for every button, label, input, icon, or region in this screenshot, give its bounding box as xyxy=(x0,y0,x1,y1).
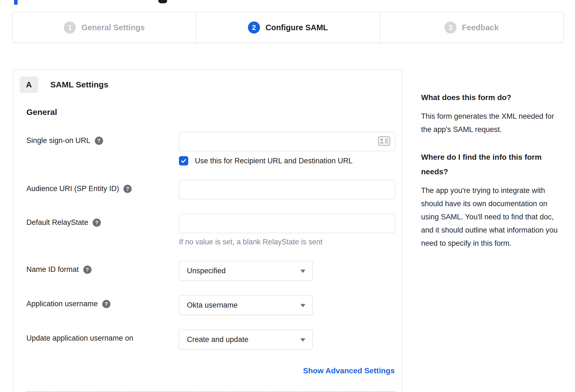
help-sidebar: What does this form do? This form genera… xyxy=(421,90,563,250)
panel-title: SAML Settings xyxy=(50,80,108,89)
help-icon[interactable] xyxy=(83,266,92,274)
recipient-url-checkbox-row: Use this for Recipient URL and Destinati… xyxy=(179,156,395,165)
show-advanced-settings-link[interactable]: Show Advanced Settings xyxy=(303,366,395,375)
help-icon[interactable] xyxy=(93,219,101,227)
help-icon[interactable] xyxy=(102,300,110,308)
panel-header: A SAML Settings xyxy=(20,76,402,93)
help-answer-2: The app you're trying to integrate with … xyxy=(421,184,563,250)
sso-url-input[interactable] xyxy=(179,132,395,151)
update-username-value: Create and update xyxy=(187,335,248,344)
sso-url-label-cell: Single sign-on URL xyxy=(26,132,179,145)
chevron-down-icon xyxy=(300,304,305,307)
audience-uri-input[interactable] xyxy=(179,180,395,199)
nameid-format-label-cell: Name ID format xyxy=(26,261,179,274)
app-username-row: Application username Okta username xyxy=(26,295,402,315)
recipient-url-checkbox[interactable] xyxy=(179,156,188,165)
wizard-stepper: 1 General Settings 2 Configure SAML 3 Fe… xyxy=(12,12,563,43)
advanced-settings-row: Show Advanced Settings xyxy=(26,366,395,375)
help-block-where: Where do I find the info this form needs… xyxy=(421,150,563,250)
update-username-select[interactable]: Create and update xyxy=(179,330,313,349)
step-configure-saml[interactable]: 2 Configure SAML xyxy=(196,12,380,43)
app-username-label: Application username xyxy=(26,300,98,308)
help-question-2: Where do I find the info this form needs… xyxy=(421,150,563,179)
relaystate-hint: If no value is set, a blank RelayState i… xyxy=(179,238,395,246)
step-3-label: Feedback xyxy=(462,23,499,32)
audience-uri-label-cell: Audience URI (SP Entity ID) xyxy=(26,180,179,193)
sso-url-label: Single sign-on URL xyxy=(26,136,90,145)
saml-form: Single sign-on URL xyxy=(13,132,402,375)
relaystate-input[interactable] xyxy=(179,214,395,233)
recipient-url-checkbox-label: Use this for Recipient URL and Destinati… xyxy=(195,157,353,165)
help-icon[interactable] xyxy=(95,137,103,145)
help-block-what: What does this form do? This form genera… xyxy=(421,90,563,136)
app-username-select[interactable]: Okta username xyxy=(179,295,313,315)
help-answer-1: This form generates the XML needed for t… xyxy=(421,110,563,136)
saml-settings-panel: A SAML Settings General Single sign-on U… xyxy=(13,69,402,392)
chevron-down-icon xyxy=(300,338,305,342)
step-2-label: Configure SAML xyxy=(266,23,328,32)
nameid-format-value: Unspecified xyxy=(187,267,226,275)
contact-card-icon[interactable] xyxy=(378,136,390,147)
relaystate-row: Default RelayState If no value is set, a… xyxy=(26,214,402,246)
audience-uri-label: Audience URI (SP Entity ID) xyxy=(26,184,119,193)
update-username-label: Update application username on xyxy=(26,334,133,343)
chevron-down-icon xyxy=(300,270,305,273)
step-3-number: 3 xyxy=(444,21,457,34)
step-1-number: 1 xyxy=(64,21,76,34)
nameid-format-label: Name ID format xyxy=(26,265,79,274)
help-question-1: What does this form do? xyxy=(421,90,563,105)
section-a-badge: A xyxy=(20,76,38,93)
header-cutoff-element xyxy=(158,0,167,3)
step-feedback[interactable]: 3 Feedback xyxy=(380,12,563,43)
update-username-label-cell: Update application username on xyxy=(26,330,179,343)
help-icon[interactable] xyxy=(123,185,132,193)
app-username-label-cell: Application username xyxy=(26,295,179,308)
relaystate-label: Default RelayState xyxy=(26,218,88,227)
step-general-settings[interactable]: 1 General Settings xyxy=(13,12,196,43)
relaystate-label-cell: Default RelayState xyxy=(26,214,179,227)
app-username-value: Okta username xyxy=(187,301,238,310)
header-cutoff-logo xyxy=(14,0,18,5)
sso-url-row: Single sign-on URL xyxy=(26,132,402,165)
update-username-row: Update application username on Create an… xyxy=(26,330,402,349)
nameid-format-row: Name ID format Unspecified xyxy=(26,261,402,281)
audience-uri-row: Audience URI (SP Entity ID) xyxy=(26,180,402,199)
nameid-format-select[interactable]: Unspecified xyxy=(179,261,313,281)
step-2-number: 2 xyxy=(248,21,260,34)
step-1-label: General Settings xyxy=(81,23,145,32)
general-section-heading: General xyxy=(26,107,402,117)
